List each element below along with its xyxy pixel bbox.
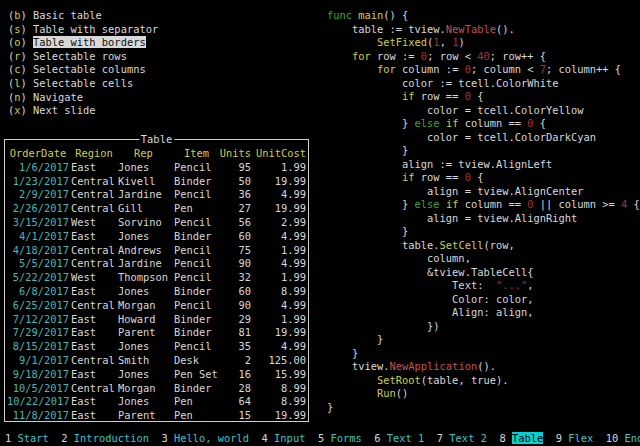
code-token: else: [415, 198, 440, 210]
menu-item-x[interactable]: (x) Next slide: [8, 104, 158, 118]
table-row: 10/5/2017CentralMorganBinder288.99: [7, 382, 308, 396]
menu-item-r[interactable]: (r) Selectable rows: [8, 50, 158, 64]
table-cell: 36: [219, 188, 251, 202]
code-token: [327, 374, 377, 386]
status-item-start[interactable]: 1 Start: [5, 432, 49, 444]
status-item-text-2[interactable]: 7 Text 2: [437, 432, 487, 444]
code-line: SetRoot(table, true).: [327, 374, 640, 388]
column-header: Region: [71, 147, 117, 161]
code-token: }: [327, 225, 408, 237]
table-row: 7/12/2017EastHowardBinder291.99: [7, 313, 308, 327]
table-cell: Binder: [174, 313, 219, 327]
table-cell: 90: [219, 257, 251, 271]
table-cell: 2.99: [255, 216, 306, 230]
table-cell: 29: [219, 313, 251, 327]
status-item-number: 9: [556, 432, 562, 444]
menu-item-n[interactable]: (n) Navigate: [8, 91, 158, 105]
code-line: color = tcell.ColorDarkCyan: [327, 131, 640, 145]
table-cell: Central: [71, 354, 117, 368]
code-token: align = tview.AlignRight: [327, 212, 577, 224]
status-item-number: 7: [437, 432, 443, 444]
code-token: row ==: [415, 90, 465, 102]
status-item-end[interactable]: 10 End: [606, 432, 640, 444]
table-row: 2/9/2017CentralJardinePencil364.99: [7, 188, 308, 202]
code-token: if: [402, 90, 415, 102]
code-token: [327, 90, 402, 102]
menu-item-o[interactable]: (o) Table with borders: [8, 36, 158, 50]
table-row: 8/15/2017EastJonesPencil354.99: [7, 340, 308, 354]
table-cell: 95: [219, 161, 251, 175]
table-cell: 15: [219, 409, 251, 423]
code-line: tview.NewApplication().: [327, 360, 640, 374]
code-line: for column := 0; column < 7; column++ {: [327, 63, 640, 77]
table-cell: 19.99: [255, 175, 306, 189]
table-cell: Jardine: [118, 188, 169, 202]
table-cell: East: [71, 340, 117, 354]
menu-item-l[interactable]: (l) Selectable cells: [8, 77, 158, 91]
status-item-hello-world[interactable]: 3 Hello, world: [161, 432, 249, 444]
status-item-forms[interactable]: 5 Forms: [318, 432, 362, 444]
table-cell: 56: [219, 216, 251, 230]
table-cell: Morgan: [118, 382, 169, 396]
table-cell: 60: [219, 230, 251, 244]
table-row: 11/8/2017EastParentPen1519.99: [7, 409, 308, 423]
table-cell: East: [71, 230, 117, 244]
table-cell: West: [71, 216, 117, 230]
table-cell: 64: [219, 395, 251, 409]
code-line: Text: "...",: [327, 279, 640, 293]
code-line: color := tcell.ColorWhite: [327, 77, 640, 91]
table-cell: Jones: [118, 285, 169, 299]
table-cell: Pencil: [174, 216, 219, 230]
table-cell: 15.99: [255, 368, 306, 382]
code-line: SetFixed(1, 1): [327, 36, 640, 50]
shortcut-paren-close: ): [21, 63, 34, 75]
table-cell: 32: [219, 271, 251, 285]
code-token: for: [352, 50, 371, 62]
menu-item-s[interactable]: (s) Table with separator: [8, 23, 158, 37]
status-item-number: 1: [5, 432, 11, 444]
status-item-introduction[interactable]: 2 Introduction: [61, 432, 149, 444]
table-cell: 4/18/2017: [7, 244, 69, 258]
code-token: {: [471, 90, 484, 102]
menu-item-b[interactable]: (b) Basic table: [8, 9, 158, 23]
table-cell: Central: [71, 188, 117, 202]
table-cell: 2: [219, 354, 251, 368]
code-line: for row := 0; row < 40; row++ {: [327, 50, 640, 64]
table-cell: 2/26/2017: [7, 202, 69, 216]
table-cell: East: [71, 313, 117, 327]
status-item-flex[interactable]: 9 Flex: [556, 432, 594, 444]
table-cell: 10/5/2017: [7, 382, 69, 396]
status-item-text-1[interactable]: 6 Text 1: [374, 432, 424, 444]
table-cell: 9/1/2017: [7, 354, 69, 368]
table-cell: 4.99: [255, 230, 306, 244]
code-token: Run: [377, 387, 396, 399]
status-item-label: Text 2: [449, 432, 487, 444]
code-token: if: [446, 117, 459, 129]
code-line: Align: align,: [327, 306, 640, 320]
table-cell: 27: [219, 202, 251, 216]
code-token: 40: [477, 50, 490, 62]
table-cell: Pencil: [174, 299, 219, 313]
table-cell: 90: [219, 299, 251, 313]
table-cell: 6/8/2017: [7, 285, 69, 299]
status-item-label: Hello, world: [174, 432, 249, 444]
code-line: } else if column == 0 || column >= 4 {: [327, 198, 640, 212]
code-line: if row == 0 {: [327, 171, 640, 185]
table-cell: Howard: [118, 313, 169, 327]
status-item-input[interactable]: 4 Input: [262, 432, 306, 444]
menu-item-c[interactable]: (c) Selectable columns: [8, 63, 158, 77]
table-cell: 35: [219, 340, 251, 354]
code-token: {: [534, 117, 547, 129]
status-item-number: 5: [318, 432, 324, 444]
table-cell: 1.99: [255, 161, 306, 175]
code-line: func main() {: [327, 9, 640, 23]
table-cell: 50: [219, 175, 251, 189]
code-token: color = tcell.ColorYellow: [327, 104, 583, 116]
table-row: 10/22/2017EastJonesPen648.99: [7, 395, 308, 409]
code-token: color := tcell.ColorWhite: [327, 77, 558, 89]
code-token: }: [327, 144, 408, 156]
table-panel: Table OrderDateRegionRepItemUnitsUnitCos…: [4, 139, 309, 422]
table-cell: 1/6/2017: [7, 161, 69, 175]
code-line: color = tcell.ColorYellow: [327, 104, 640, 118]
status-item-table[interactable]: 8 Table: [499, 432, 543, 444]
